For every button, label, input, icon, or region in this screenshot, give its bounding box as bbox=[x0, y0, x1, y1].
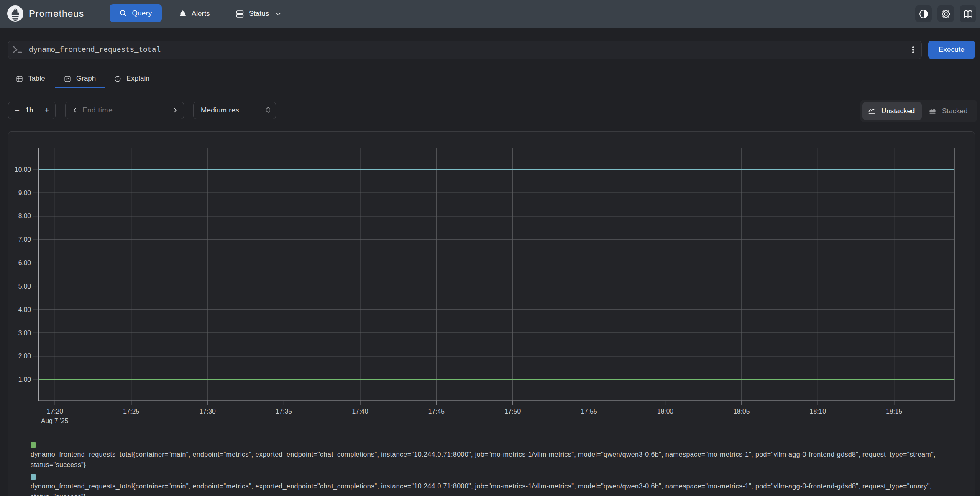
svg-text:17:55: 17:55 bbox=[581, 408, 597, 415]
svg-text:18:00: 18:00 bbox=[657, 408, 673, 415]
svg-text:17:40: 17:40 bbox=[352, 408, 368, 415]
svg-text:Aug 7 '25: Aug 7 '25 bbox=[41, 417, 69, 424]
svg-text:8.00: 8.00 bbox=[18, 212, 31, 220]
svg-text:17:50: 17:50 bbox=[504, 408, 521, 415]
svg-text:7.00: 7.00 bbox=[18, 236, 31, 243]
svg-text:17:25: 17:25 bbox=[123, 408, 139, 415]
svg-text:9.00: 9.00 bbox=[18, 189, 31, 197]
svg-text:18:05: 18:05 bbox=[733, 408, 750, 415]
svg-text:17:20: 17:20 bbox=[47, 408, 63, 415]
svg-text:3.00: 3.00 bbox=[18, 330, 31, 337]
svg-text:1.00: 1.00 bbox=[18, 376, 31, 383]
svg-text:10.00: 10.00 bbox=[15, 166, 31, 173]
svg-text:17:30: 17:30 bbox=[200, 408, 216, 415]
svg-text:17:45: 17:45 bbox=[428, 408, 445, 415]
svg-text:2.00: 2.00 bbox=[18, 353, 31, 360]
svg-text:4.00: 4.00 bbox=[18, 306, 31, 313]
svg-text:6.00: 6.00 bbox=[18, 259, 31, 266]
svg-text:17:35: 17:35 bbox=[276, 408, 292, 415]
svg-text:18:15: 18:15 bbox=[886, 408, 902, 415]
svg-text:18:10: 18:10 bbox=[810, 408, 826, 415]
svg-text:5.00: 5.00 bbox=[18, 283, 31, 290]
